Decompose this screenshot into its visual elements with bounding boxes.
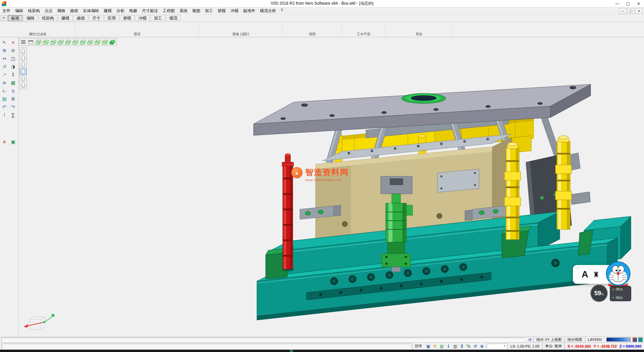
item[interactable] [284,23,292,31]
absolute-view-label[interactable]: 绝对视图 [565,337,585,342]
item[interactable] [324,23,332,31]
select-icon[interactable]: ↖ [0,38,9,46]
net-speed-panel[interactable]: ▲0K/s ▼0K/s [610,286,631,301]
erase-icon[interactable]: ⊘ [9,46,17,54]
view-cube-icon[interactable] [72,39,78,45]
snap-label[interactable]: 控字 [412,343,425,350]
view-cube-icon[interactable] [101,39,108,45]
minimize-button[interactable]: — [612,0,623,7]
display-pill-icon[interactable] [20,55,26,61]
item[interactable] [125,23,133,31]
menu-item[interactable]: 分析 [114,7,127,14]
item[interactable] [411,23,419,31]
item[interactable] [443,23,451,31]
item[interactable] [149,23,157,31]
item[interactable] [141,23,149,31]
mdi-restore-button[interactable]: □ [627,8,635,14]
item[interactable] [209,23,217,31]
assistant-widget[interactable]: ∷∷ A ♜ 59% [573,260,635,307]
teal-swatch[interactable] [638,338,643,342]
item[interactable] [173,23,181,31]
active-layer-label[interactable]: LAYER0 [585,337,604,342]
menu-item[interactable]: 工程图 [160,7,177,14]
rotate-icon[interactable]: ↺ [0,62,9,71]
item[interactable] [292,23,300,31]
item[interactable] [435,23,443,31]
item[interactable] [257,23,265,31]
status-combo[interactable]: ▾ [487,344,506,349]
view-cube-icon[interactable] [35,39,42,45]
item[interactable] [181,23,190,31]
item[interactable] [93,23,101,31]
item[interactable] [403,23,411,31]
image-icon[interactable]: ▤ [438,343,445,349]
display-pill-icon[interactable] [20,49,26,54]
item[interactable] [1,23,9,31]
item[interactable] [332,23,340,31]
dimension-icon[interactable]: ± [9,87,17,95]
print-icon[interactable]: ▥ [452,343,459,349]
workspace-tab[interactable]: 模流 [166,15,181,21]
workspace-tab[interactable]: 塑模 [120,15,135,21]
item[interactable] [34,23,42,31]
item[interactable] [85,23,93,31]
item[interactable] [343,23,352,31]
properties-panel-icon[interactable]: ≣ [9,95,17,103]
item[interactable] [117,23,125,31]
maximize-button[interactable]: □ [623,0,633,7]
menu-item[interactable]: 电极 [127,7,140,14]
menu-item[interactable]: 建模 [101,7,114,14]
scale-icon[interactable]: ↗ [0,71,9,79]
item[interactable] [233,23,241,31]
mirror-icon[interactable]: ◑ [9,62,17,71]
battery-percent-badge[interactable]: 59% [590,284,608,302]
sum-icon[interactable]: ∑ [9,111,17,119]
tabbar-dropdown-button[interactable]: ▼ [1,15,7,21]
item[interactable] [419,23,427,31]
display-pill-icon[interactable] [20,76,26,81]
item[interactable] [201,23,209,31]
view-cube-icon[interactable] [42,39,49,45]
item[interactable] [25,23,34,31]
workspace-tab[interactable]: 编辑 [23,15,38,21]
move-icon[interactable]: ↔ [0,54,9,62]
menu-item[interactable]: 尺寸标注 [140,7,160,14]
array-icon[interactable]: ▦ [9,79,17,87]
item[interactable] [17,23,25,31]
view-cube-icon[interactable] [57,39,64,45]
view-mode-label[interactable]: 绝对 XY 上视图 [533,337,565,342]
favorites-icon[interactable]: ★ [0,138,9,146]
plugins-icon[interactable]: ▣ [9,138,17,146]
menu-item[interactable]: 标准件 [241,7,258,14]
item[interactable] [190,23,198,31]
item[interactable] [58,23,66,31]
mdi-close-button[interactable]: × [635,8,643,14]
viewbar-window-icon[interactable] [28,39,34,45]
info-icon[interactable]: i [445,343,452,349]
item[interactable] [241,23,249,31]
view-cube-icon[interactable] [50,39,56,45]
item[interactable] [308,23,316,31]
status-zoom-icon[interactable]: ⊕ [527,337,533,342]
menu-item[interactable]: 实体编辑 [80,7,101,14]
info-tool-icon[interactable]: i [0,111,9,119]
layer-color-bar[interactable] [606,338,631,342]
refresh-icon[interactable]: ↺ [472,343,479,349]
item[interactable] [50,23,58,31]
item[interactable] [217,23,225,31]
item[interactable] [273,23,281,31]
item[interactable] [101,23,109,31]
item[interactable] [352,23,360,31]
menu-item[interactable]: 线架构 [25,7,42,14]
workspace-tab[interactable]: 尺寸 [89,15,104,21]
undo-icon[interactable]: ↶ [0,103,9,111]
menu-item[interactable]: ? [278,7,285,14]
offset-icon[interactable]: ≡ [0,79,9,87]
item[interactable] [42,23,50,31]
stretch-icon[interactable]: ↕ [9,71,17,79]
item[interactable] [395,23,403,31]
copy-icon[interactable]: ◫ [9,54,17,62]
menu-item[interactable]: 塑模 [215,7,228,14]
workspace-tab[interactable]: 加工 [151,15,165,21]
view-cube-solid-icon[interactable] [109,39,115,45]
